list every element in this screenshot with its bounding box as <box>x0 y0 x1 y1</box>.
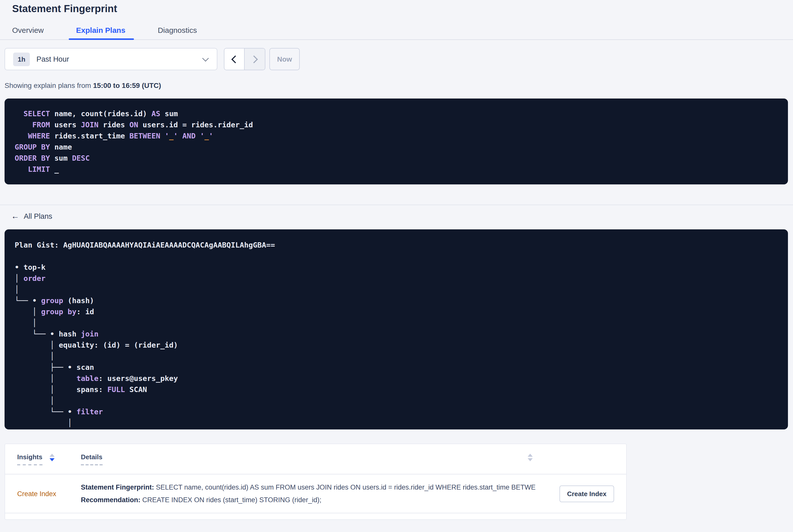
chevron-left-icon <box>231 55 239 63</box>
sort-asc-icon <box>50 454 55 457</box>
sort-icon-details[interactable] <box>528 454 533 461</box>
code-line: │ <box>15 350 778 362</box>
tab-diagnostics[interactable]: Diagnostics <box>158 20 197 39</box>
recommendation-label: Recommendation: <box>81 496 140 504</box>
code-line <box>15 251 778 262</box>
insights-table-header: Insights Details <box>5 444 626 474</box>
code-line: FROM users JOIN rides ON users.id = ride… <box>15 119 778 130</box>
code-line: SELECT name, count(rides.id) AS sum <box>15 108 778 119</box>
code-line: │ table: users@users_pkey <box>15 373 778 384</box>
insight-type-link[interactable]: Create Index <box>17 490 56 497</box>
section-divider <box>0 205 793 205</box>
prev-interval-button[interactable] <box>224 49 245 70</box>
chevron-right-icon <box>250 55 258 63</box>
tab-overview[interactable]: Overview <box>12 20 44 39</box>
statement-fingerprint-label: Statement Fingerprint: <box>81 483 154 491</box>
insight-cell: Create Index <box>17 490 81 497</box>
code-line: │ <box>15 284 778 295</box>
sort-icon-insights[interactable] <box>50 454 55 461</box>
code-line: │ spans: FULL SCAN <box>15 384 778 395</box>
sql-statement-box: SELECT name, count(rides.id) AS sum FROM… <box>4 98 788 185</box>
page-title: Statement Fingerprint <box>0 0 793 15</box>
time-pager <box>224 48 265 70</box>
showing-range: 15:00 to 16:59 (UTC) <box>93 81 161 90</box>
code-line: │ <box>15 395 778 406</box>
header-insights-label: Insights <box>17 453 42 465</box>
tab-bar: Overview Explain Plans Diagnostics <box>0 20 793 40</box>
sort-desc-icon <box>50 458 55 461</box>
header-details-label: Details <box>81 453 102 465</box>
all-plans-link[interactable]: ← All Plans <box>11 212 52 220</box>
code-line: └── • group (hash) <box>15 295 778 306</box>
showing-range-text: Showing explain plans from 15:00 to 16:5… <box>4 81 793 90</box>
insights-table: Insights Details Create Index Statem <box>4 443 627 520</box>
tab-explain-plans[interactable]: Explain Plans <box>76 20 125 39</box>
table-row: Create Index Statement Fingerprint: SELE… <box>5 474 626 513</box>
code-line: GROUP BY name <box>15 141 778 153</box>
header-insights-cell[interactable]: Insights <box>17 453 81 465</box>
time-range-label: Past Hour <box>36 55 69 63</box>
header-details-cell[interactable]: Details <box>81 453 536 465</box>
code-line: ORDER BY sum DESC <box>15 153 778 164</box>
details-cell: Statement Fingerprint: SELECT name, coun… <box>81 481 536 506</box>
code-line: LIMIT _ <box>15 164 778 175</box>
statement-fingerprint-text: SELECT name, count(rides.id) AS sum FROM… <box>154 483 536 491</box>
sort-asc-icon <box>528 454 533 457</box>
all-plans-label: All Plans <box>24 212 52 220</box>
showing-prefix: Showing explain plans from <box>4 81 93 90</box>
recommendation-line: Recommendation: CREATE INDEX ON rides (s… <box>81 494 536 506</box>
time-toolbar: 1h Past Hour Now <box>4 48 793 70</box>
back-arrow-icon: ← <box>11 212 19 220</box>
card-footer <box>5 513 626 519</box>
next-interval-button[interactable] <box>245 49 265 70</box>
statement-fingerprint-page: Statement Fingerprint Overview Explain P… <box>0 0 793 532</box>
statement-fingerprint-line: Statement Fingerprint: SELECT name, coun… <box>81 481 536 494</box>
code-line: ├── • scan <box>15 362 778 373</box>
recommendation-text: CREATE INDEX ON rides (start_time) STORI… <box>140 496 321 504</box>
now-button[interactable]: Now <box>269 48 300 70</box>
plan-gist-box: Plan Gist: AgHUAQIABQAAAAHYAQIAiAEAAAADC… <box>4 229 788 430</box>
code-line: │ order <box>15 273 778 284</box>
code-line: • top-k <box>15 262 778 273</box>
chevron-down-icon <box>203 55 209 61</box>
action-cell: Create Index <box>536 485 614 502</box>
code-line: │ equality: (id) = (rider_id) <box>15 340 778 350</box>
sort-desc-icon <box>528 458 533 461</box>
code-line: └── • filter <box>15 406 778 417</box>
create-index-button[interactable]: Create Index <box>560 485 614 502</box>
code-line: └── • hash join <box>15 328 778 340</box>
code-line: Plan Gist: AgHUAQIABQAAAAHYAQIAiAEAAAADC… <box>15 240 778 251</box>
code-line: │ <box>15 317 778 328</box>
code-line: │ group by: id <box>15 306 778 317</box>
code-line: WHERE rides.start_time BETWEEN '_' AND '… <box>15 130 778 141</box>
code-line: │ <box>15 417 778 429</box>
time-range-badge: 1h <box>13 52 30 66</box>
time-range-select[interactable]: 1h Past Hour <box>4 48 217 70</box>
